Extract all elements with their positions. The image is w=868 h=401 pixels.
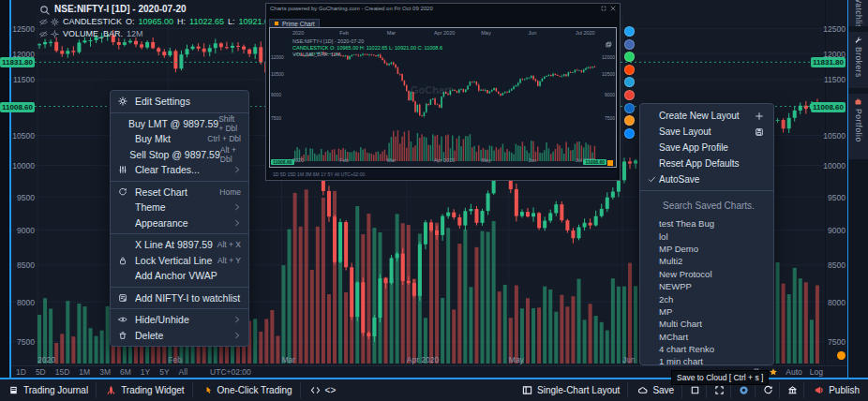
saved-chart-item[interactable]: MP Demo bbox=[640, 243, 773, 255]
bottom-button-label: Single-Chart Layout bbox=[537, 385, 620, 395]
menu-item-add-nifty-i-to-watchlist[interactable]: Add NIFTY-I to watchlist bbox=[111, 290, 248, 306]
menu-item-lock-vertical-line[interactable]: Lock Vertical LineAlt + Y bbox=[111, 253, 248, 269]
menu-item-shortcut: Alt + Y bbox=[217, 256, 241, 265]
side-tab-brokers[interactable]: Brokers bbox=[848, 32, 868, 88]
share-linkedin-icon[interactable] bbox=[624, 103, 635, 113]
share-telegram-icon[interactable] bbox=[624, 77, 635, 87]
menu-item-add-anchor-vwap[interactable]: Add Anchor VWAP bbox=[111, 268, 248, 284]
bottom-publish-button[interactable]: Publish bbox=[806, 382, 867, 398]
star-icon[interactable] bbox=[769, 367, 778, 377]
timeframe-button-1d[interactable]: 1D bbox=[11, 367, 31, 377]
gear-icon[interactable] bbox=[51, 30, 59, 38]
gear-icon[interactable] bbox=[51, 18, 59, 26]
layout-menu-item-save-layout[interactable]: Save Layout bbox=[640, 124, 773, 140]
menu-item-label: Buy Mkt bbox=[135, 133, 207, 144]
timeframe-button-6m[interactable]: 6M bbox=[115, 367, 136, 377]
timeframe-button-1m[interactable]: 1M bbox=[74, 367, 95, 377]
saved-charts-search-input[interactable] bbox=[661, 200, 764, 212]
side-tab-watchlist[interactable]: Watchlist bbox=[848, 0, 868, 26]
layout-menu-item-create-new-layout[interactable]: Create New Layout bbox=[640, 108, 773, 124]
copy-icon[interactable] bbox=[606, 41, 612, 48]
save-icon bbox=[755, 127, 764, 137]
menu-item-icon-box bbox=[118, 315, 135, 324]
bottom-trading-widget-button[interactable]: Trading Widget bbox=[98, 382, 192, 398]
menu-item-buy-lmt-9897-59[interactable]: Buy LMT @ 9897.59Shift + Dbl bbox=[111, 116, 248, 132]
share-messenger-icon[interactable] bbox=[624, 128, 635, 139]
saved-chart-item[interactable]: lol bbox=[640, 230, 773, 242]
layout-menu-item-save-app-profile[interactable]: Save App Profile bbox=[640, 140, 773, 156]
magnifier-icon[interactable] bbox=[39, 5, 50, 15]
time-tick-label: Apr 2020 bbox=[407, 355, 440, 364]
timeframe-button-5y[interactable]: 5Y bbox=[155, 367, 173, 377]
menu-item-x-line-at-9897-59[interactable]: X Line At 9897.59Alt + X bbox=[111, 237, 248, 253]
bottom-trading-journal-button[interactable]: Trading Journal bbox=[1, 382, 97, 398]
menu-item-hide-unhide[interactable]: Hide/Unhide bbox=[111, 312, 248, 328]
layout-menu-item-reset-app-defaults[interactable]: Reset App Defaults bbox=[640, 156, 773, 171]
bottom-single-chart-layout-button[interactable]: Single-Chart Layout bbox=[515, 382, 628, 398]
preview-time-axis-bottom: 2020FebMarApr 2020MayJunJul 2020 bbox=[292, 157, 599, 164]
gear-icon bbox=[118, 97, 127, 106]
auto-scale-toggle[interactable]: Auto bbox=[786, 367, 802, 377]
time-tick-label: Jun bbox=[622, 355, 636, 364]
menu-item-icon-box bbox=[118, 331, 135, 340]
share-mail-icon[interactable] bbox=[624, 90, 635, 100]
menu-item-icon-box bbox=[118, 256, 135, 265]
close-icon[interactable] bbox=[610, 6, 616, 11]
study-name: CANDLESTICK bbox=[63, 16, 122, 27]
preview-price-tick: 7500 bbox=[271, 115, 281, 121]
preview-time-tick: Jun bbox=[529, 157, 537, 163]
price-axis-right[interactable]: 1250012000115001050010000950090008500800… bbox=[826, 0, 847, 365]
saved-chart-item[interactable]: Multi Chart bbox=[640, 318, 773, 330]
bottom--button[interactable]: <> bbox=[303, 382, 344, 398]
timeframe-button-1y[interactable]: 1Y bbox=[136, 367, 155, 377]
saved-chart-item[interactable]: NEWPP bbox=[640, 280, 773, 292]
log-scale-toggle[interactable]: Log bbox=[810, 367, 823, 377]
share-twitter-icon[interactable] bbox=[624, 26, 635, 37]
price-badge: 11008.60 bbox=[811, 102, 846, 112]
menu-item-sell-stop-9897-59[interactable]: Sell Stop @ 9897.59Alt + Dbl bbox=[111, 147, 248, 163]
preview-chart-canvas bbox=[270, 39, 617, 167]
timeframe-button-3m[interactable]: 3M bbox=[95, 367, 115, 377]
time-tick-label: 2020 bbox=[37, 355, 55, 364]
menu-item-edit-settings[interactable]: Edit Settings bbox=[111, 94, 248, 110]
menu-item-label: Add NIFTY-I to watchlist bbox=[135, 292, 241, 304]
menu-item-reset-chart[interactable]: Reset ChartHome bbox=[111, 185, 248, 200]
saved-chart-item[interactable]: New Protocol bbox=[640, 268, 773, 280]
bank-button[interactable] bbox=[782, 382, 804, 398]
timeframe-button-5d[interactable]: 5D bbox=[31, 367, 51, 377]
visibility-off-icon[interactable] bbox=[39, 30, 48, 38]
menu-item-delete[interactable]: Delete bbox=[111, 328, 248, 344]
share-instagram-icon[interactable] bbox=[624, 115, 635, 126]
timeframe-button-15d[interactable]: 15D bbox=[51, 367, 75, 377]
sliders-icon bbox=[118, 165, 127, 174]
visibility-off-icon[interactable] bbox=[39, 18, 48, 26]
ohlc-o-value: 10965.00 bbox=[139, 16, 174, 27]
menu-item-clear-trades[interactable]: Clear Trades... bbox=[111, 162, 248, 178]
saved-chart-item[interactable]: MChart bbox=[640, 331, 773, 343]
menu-separator bbox=[111, 181, 248, 182]
share-whatsapp-icon[interactable] bbox=[624, 52, 635, 62]
timeframe-button-all[interactable]: All bbox=[174, 367, 192, 377]
saved-chart-item[interactable]: 2ch bbox=[640, 292, 773, 304]
menu-item-appearance[interactable]: Appearance bbox=[111, 215, 248, 231]
expand-icon[interactable] bbox=[601, 6, 606, 11]
saved-chart-item[interactable]: 4 chart Renko bbox=[640, 343, 773, 355]
wrench-icon bbox=[854, 36, 862, 44]
menu-item-theme[interactable]: Theme bbox=[111, 200, 248, 215]
share-reddit-icon[interactable] bbox=[624, 65, 635, 75]
menu-separator bbox=[640, 190, 773, 191]
layout-menu-item-autosave[interactable]: AutoSave bbox=[640, 171, 773, 187]
price-axis-left[interactable]: 1250012000115001050010000950090008500800… bbox=[9, 0, 37, 365]
bottom-one-click-trading-button[interactable]: One-Click Trading bbox=[195, 382, 301, 398]
layout-item-action-icon bbox=[755, 127, 764, 137]
price-tick-label: 12500 bbox=[12, 24, 35, 34]
preview-price-tick: 12000 bbox=[602, 54, 615, 60]
saved-chart-item[interactable]: Multi2 bbox=[640, 255, 773, 267]
share-facebook-icon[interactable] bbox=[624, 39, 635, 50]
saved-charts-search[interactable] bbox=[640, 195, 773, 215]
side-tab-portfolio[interactable]: Portfolio bbox=[848, 94, 868, 159]
saved-chart-item[interactable]: test Thea Bug bbox=[640, 217, 773, 230]
saved-chart-item[interactable]: MP bbox=[640, 305, 773, 318]
cloud-icon bbox=[637, 385, 648, 395]
timezone-button[interactable]: UTC+02:00 bbox=[205, 367, 256, 377]
